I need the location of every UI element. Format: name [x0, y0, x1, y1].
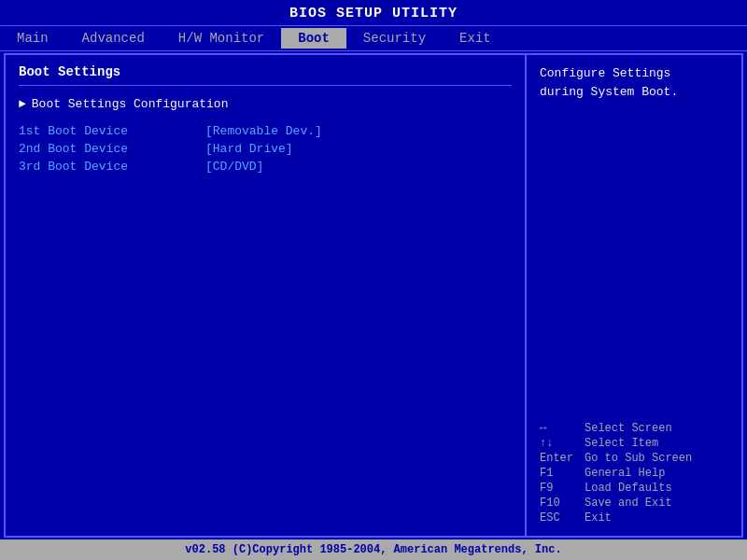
bios-screen: BIOS SETUP UTILITY Main Advanced H/W Mon…	[0, 0, 747, 560]
menu-item-advanced[interactable]: Advanced	[65, 28, 162, 49]
menu-bar: Main Advanced H/W Monitor Boot Security …	[0, 25, 747, 51]
table-row[interactable]: 1st Boot Device [Removable Dev.]	[19, 124, 512, 138]
boot-label-1: 1st Boot Device	[19, 124, 205, 138]
key-desc: General Help	[585, 467, 665, 480]
left-panel: Boot Settings ► Boot Settings Configurat…	[6, 55, 527, 536]
key-name: F1	[540, 467, 581, 480]
key-name: F10	[540, 497, 581, 510]
boot-value-3: [CD/DVD]	[205, 160, 263, 174]
key-row: F9 Load Defaults	[540, 482, 728, 495]
bios-title: BIOS SETUP UTILITY	[0, 0, 747, 25]
menu-item-hwmonitor[interactable]: H/W Monitor	[162, 28, 281, 49]
submenu-arrow-icon: ►	[19, 97, 26, 111]
submenu-boot-settings[interactable]: ► Boot Settings Configuration	[19, 97, 512, 111]
footer-text: v02.58 (C)Copyright 1985-2004, American …	[185, 543, 561, 556]
key-help: ↔ Select Screen ↑↓ Select Item Enter Go …	[540, 422, 728, 526]
boot-value-2: [Hard Drive]	[205, 142, 293, 156]
key-desc: Load Defaults	[585, 482, 672, 495]
boot-options: 1st Boot Device [Removable Dev.] 2nd Boo…	[19, 124, 512, 174]
key-desc: Go to Sub Screen	[585, 452, 692, 465]
key-row: Enter Go to Sub Screen	[540, 452, 728, 465]
boot-label-2: 2nd Boot Device	[19, 142, 205, 156]
key-desc: Save and Exit	[585, 497, 672, 510]
key-name: Enter	[540, 452, 581, 465]
section-title: Boot Settings	[19, 64, 512, 79]
main-content: Boot Settings ► Boot Settings Configurat…	[4, 53, 743, 538]
boot-label-3: 3rd Boot Device	[19, 160, 205, 174]
key-row: ↔ Select Screen	[540, 422, 728, 435]
key-desc: Exit	[585, 511, 612, 525]
key-row: ↑↓ Select Item	[540, 437, 728, 450]
divider	[19, 85, 512, 86]
menu-item-exit[interactable]: Exit	[443, 28, 508, 49]
key-desc: Select Item	[585, 437, 658, 450]
title-text: BIOS SETUP UTILITY	[289, 6, 458, 21]
help-text: Configure Settingsduring System Boot.	[540, 64, 728, 101]
key-row: ESC Exit	[540, 511, 728, 525]
table-row[interactable]: 2nd Boot Device [Hard Drive]	[19, 142, 512, 156]
key-name: ESC	[540, 511, 581, 525]
key-row: F1 General Help	[540, 467, 728, 480]
menu-item-main[interactable]: Main	[0, 28, 65, 49]
boot-value-1: [Removable Dev.]	[205, 124, 322, 138]
key-desc: Select Screen	[585, 422, 672, 435]
menu-item-boot[interactable]: Boot	[281, 28, 346, 49]
key-row: F10 Save and Exit	[540, 497, 728, 510]
table-row[interactable]: 3rd Boot Device [CD/DVD]	[19, 160, 512, 174]
key-name: ↑↓	[540, 437, 581, 450]
right-panel: Configure Settingsduring System Boot. ↔ …	[527, 55, 741, 536]
submenu-label: Boot Settings Configuration	[32, 97, 229, 111]
key-name: ↔	[540, 422, 581, 435]
footer: v02.58 (C)Copyright 1985-2004, American …	[0, 539, 747, 560]
key-name: F9	[540, 482, 581, 495]
menu-item-security[interactable]: Security	[346, 28, 443, 49]
